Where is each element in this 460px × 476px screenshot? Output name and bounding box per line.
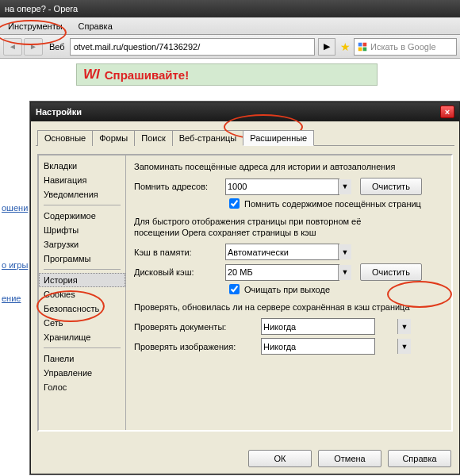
svg-rect-2 [358,47,362,51]
side-fonts[interactable]: Шрифты [39,223,125,237]
disk-cache-label: Дисковый кэш: [134,267,225,277]
page-sidelinks: ошени о игры ение [2,194,32,313]
banner-text: Спрашивайте! [105,68,189,82]
remember-addr-label: Помнить адресов: [134,182,225,191]
menu-help[interactable]: Справка [71,19,121,33]
cancel-button[interactable]: Отмена [318,450,381,467]
search-placeholder: Искать в Google [370,42,436,52]
dialog-title-bar[interactable]: Настройки × [31,102,459,121]
dialog-close-button[interactable]: × [440,106,454,118]
menu-tools[interactable]: Инструменты [0,19,71,33]
window-title: на опере? - Opera [5,4,78,13]
menu-bar: Инструменты Справка [0,17,460,35]
dialog-content: Вкладки Навигация Уведомления Содержимое… [37,154,453,432]
tab-advanced[interactable]: Расширенные [243,130,314,146]
toolbar: ◄ ► Веб ▶ ★ Искать в Google [0,35,460,59]
help-button[interactable]: Справка [388,450,451,467]
bookmark-star-icon[interactable]: ★ [340,40,351,53]
side-navigation[interactable]: Навигация [39,173,125,187]
side-downloads[interactable]: Загрузки [39,237,125,251]
check-docs-label: Проверять документы: [134,322,261,332]
clear-cache-button[interactable]: Очистить [360,263,422,281]
tab-forms[interactable]: Формы [92,130,135,146]
settings-dialog: Настройки × Основные Формы Поиск Веб-стр… [30,102,460,474]
side-manage[interactable]: Управление [39,366,125,380]
cache-desc-2: посещении Opera сохраняет страницы в кэш [134,228,443,237]
chevron-down-icon[interactable]: ▼ [397,339,411,354]
tab-webpages[interactable]: Веб-страницы [172,130,244,146]
clear-on-exit-checkbox[interactable] [229,284,240,294]
window-title-bar: на опере? - Opera [0,0,460,17]
search-box[interactable]: Искать в Google [354,38,457,56]
address-label: Веб [49,42,65,52]
category-list: Вкладки Навигация Уведомления Содержимое… [39,155,126,430]
cache-desc-1: Для быстрого отображения страницы при по… [134,217,443,226]
address-input[interactable] [70,38,315,56]
svg-rect-3 [363,47,367,51]
google-icon [357,41,368,52]
remember-content-label: Помнить содержимое посещённых страниц [244,199,421,209]
go-button[interactable]: ▶ [318,38,335,56]
remember-content-checkbox[interactable] [229,198,240,209]
side-content[interactable]: Содержимое [39,209,125,223]
side-network[interactable]: Сеть [39,316,125,330]
svg-rect-0 [358,42,362,46]
mem-cache-select[interactable] [225,244,339,260]
ok-button[interactable]: ОК [248,450,312,467]
page-banner: Wl Спрашивайте! [76,63,378,86]
history-panel: Запоминать посещённые адреса для истории… [126,155,451,430]
chevron-down-icon[interactable]: ▼ [338,179,351,194]
chevron-down-icon[interactable]: ▼ [338,244,351,259]
side-tabs[interactable]: Вкладки [39,159,125,173]
forward-button[interactable]: ► [24,38,43,56]
close-icon: × [445,107,450,117]
check-imgs-label: Проверять изображения: [134,342,261,351]
dialog-title: Настройки [36,107,82,117]
sidelink[interactable]: ение [2,294,32,303]
sidelink[interactable]: о игры [2,260,32,270]
check-imgs-select[interactable] [261,338,375,355]
check-update-desc: Проверять, обновилась ли на сервере сохр… [134,302,443,312]
side-cookies[interactable]: Cookies [39,287,125,301]
side-history[interactable]: История [39,273,125,287]
clear-history-button[interactable]: Очистить [360,178,422,195]
check-docs-select[interactable] [261,318,375,335]
side-notifications[interactable]: Уведомления [39,187,125,202]
tab-search[interactable]: Поиск [134,130,172,146]
chevron-down-icon[interactable]: ▼ [338,265,351,280]
clear-on-exit-label: Очищать при выходе [244,285,330,294]
tab-strip: Основные Формы Поиск Веб-страницы Расшир… [31,121,459,145]
banner-logo-icon: Wl [83,67,100,83]
side-programs[interactable]: Программы [39,251,125,266]
remember-description: Запоминать посещённые адреса для истории… [134,162,443,171]
side-voice[interactable]: Голос [39,380,125,394]
back-button[interactable]: ◄ [3,38,22,56]
side-panels[interactable]: Панели [39,351,125,366]
tab-basic[interactable]: Основные [37,130,93,146]
chevron-down-icon[interactable]: ▼ [397,319,411,334]
sidelink[interactable]: ошени [2,203,32,213]
side-storage[interactable]: Хранилище [39,330,125,344]
side-security[interactable]: Безопасность [39,301,125,316]
svg-rect-1 [363,42,367,46]
disk-cache-select[interactable] [225,264,339,281]
dialog-button-row: ОК Отмена Справка [248,450,451,467]
remember-addr-select[interactable] [225,178,339,195]
mem-cache-label: Кэш в памяти: [134,248,225,257]
